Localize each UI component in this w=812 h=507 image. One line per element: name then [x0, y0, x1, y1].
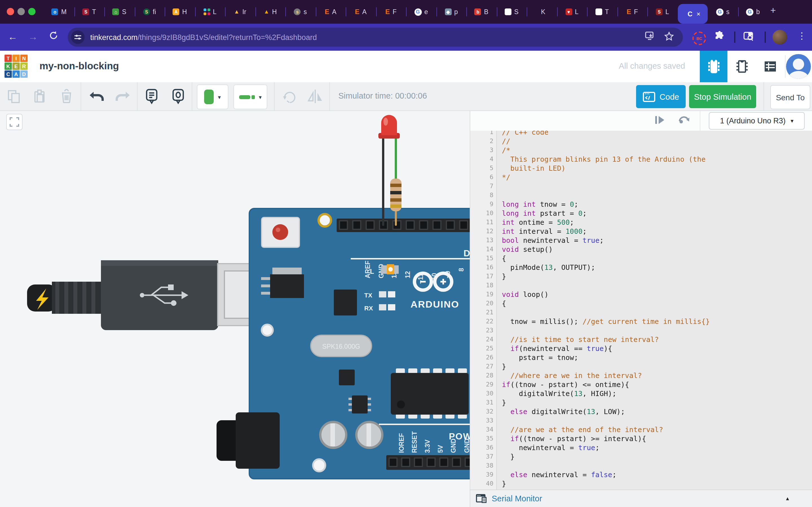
- url-text[interactable]: tinkercad.com/things/9zIB8gdB1vS/editel?…: [90, 33, 645, 41]
- browser-tab-2[interactable]: ⌂S: [104, 0, 135, 24]
- code-line-26[interactable]: 26 pstart = tnow;: [470, 353, 812, 362]
- browser-tab-17[interactable]: ♥L: [557, 0, 587, 24]
- code-line-2[interactable]: 2//: [470, 137, 812, 146]
- code-line-34[interactable]: 34 //are we at the end of the interval?: [470, 425, 812, 434]
- code-line-30[interactable]: 30 digitalWrite(13, HIGH);: [470, 389, 812, 398]
- mirror-button[interactable]: [307, 88, 324, 105]
- code-line-33[interactable]: 33: [470, 416, 812, 425]
- reset-button[interactable]: [262, 217, 299, 247]
- code-line-35[interactable]: 35 if((tnow - pstart) >= interval){: [470, 434, 812, 443]
- code-line-31[interactable]: 31}: [470, 398, 812, 407]
- code-line-39[interactable]: 39 else newinterval = false;: [470, 470, 812, 480]
- code-line-18[interactable]: 18: [470, 281, 812, 290]
- code-line-6[interactable]: 6*/: [470, 173, 812, 182]
- site-settings-icon[interactable]: [71, 31, 85, 44]
- copy-button[interactable]: [6, 88, 22, 105]
- account-avatar[interactable]: [786, 54, 811, 79]
- code-editor[interactable]: 1// C++ code2//3/*4 This program blinks …: [470, 131, 812, 490]
- code-line-23[interactable]: 23: [470, 326, 812, 335]
- browser-tab-22[interactable]: Gs: [708, 0, 738, 24]
- install-app-icon[interactable]: [645, 32, 655, 43]
- color-picker-dropdown[interactable]: ▾: [197, 84, 229, 109]
- minimize-window-button[interactable]: [17, 8, 25, 15]
- redo-button[interactable]: [114, 88, 132, 105]
- bookmark-star-icon[interactable]: [664, 31, 674, 43]
- serial-monitor-bar[interactable]: Serial Monitor ▲: [470, 490, 812, 507]
- browser-tab-4[interactable]: AH: [165, 0, 195, 24]
- browser-tab-3[interactable]: Sfi: [135, 0, 165, 24]
- collapse-panel-icon[interactable]: ▲: [785, 496, 790, 501]
- browser-tab-10[interactable]: EA: [346, 0, 376, 24]
- digital-pin-header[interactable]: [337, 219, 475, 232]
- code-line-13[interactable]: 13bool newinterval = true;: [470, 236, 812, 245]
- code-line-25[interactable]: 25 if(newinterval == true){: [470, 344, 812, 353]
- code-line-3[interactable]: 3/*: [470, 146, 812, 155]
- wire-style-dropdown[interactable]: ▾: [234, 84, 267, 109]
- send-to-button[interactable]: Send To: [770, 85, 810, 109]
- extensions-puzzle-icon[interactable]: [714, 31, 725, 45]
- notes-button[interactable]: [143, 88, 160, 105]
- code-line-5[interactable]: 5 built-in LED): [470, 164, 812, 173]
- tab-search-icon[interactable]: [743, 31, 755, 45]
- browser-tab-8[interactable]: ss: [285, 0, 315, 24]
- browser-tab-7[interactable]: ▲H: [255, 0, 285, 24]
- code-line-29[interactable]: 29if((tnow - pstart) <= ontime){: [470, 380, 812, 389]
- code-line-24[interactable]: 24 //is it time to start new interval?: [470, 335, 812, 344]
- browser-tab-6[interactable]: ▲Ir: [225, 0, 255, 24]
- rotate-button[interactable]: [281, 88, 298, 105]
- back-button[interactable]: ←: [8, 31, 17, 44]
- delete-button[interactable]: [58, 88, 75, 105]
- browser-tab-23[interactable]: Gb: [738, 0, 768, 24]
- code-line-8[interactable]: 8: [470, 191, 812, 200]
- code-line-10[interactable]: 10long int pstart = 0;: [470, 209, 812, 218]
- browser-tab-20[interactable]: SL: [647, 0, 677, 24]
- code-line-16[interactable]: 16 pinMode(13, OUTPUT);: [470, 263, 812, 272]
- browser-tab-11[interactable]: EF: [376, 0, 406, 24]
- stop-simulation-button[interactable]: Stop Simulation: [689, 85, 756, 108]
- code-line-12[interactable]: 12int interval = 1000;: [470, 227, 812, 236]
- code-line-21[interactable]: 21: [470, 308, 812, 317]
- code-line-14[interactable]: 14void setup(): [470, 245, 812, 254]
- browser-tab-16[interactable]: K: [527, 0, 557, 24]
- active-browser-tab-21[interactable]: C×: [677, 4, 708, 24]
- browser-tab-13[interactable]: ◆p: [436, 0, 466, 24]
- code-line-19[interactable]: 19void loop(): [470, 290, 812, 299]
- board-select-dropdown[interactable]: 1 (Arduino Uno R3) ▾: [709, 112, 805, 129]
- new-tab-button[interactable]: +: [770, 5, 776, 16]
- browser-tab-0[interactable]: oM: [44, 0, 74, 24]
- code-line-15[interactable]: 15{: [470, 254, 812, 263]
- code-line-9[interactable]: 9long int tnow = 0;: [470, 200, 812, 209]
- code-line-4[interactable]: 4 This program blinks pin 13 of the Ardu…: [470, 155, 812, 164]
- paste-button[interactable]: [31, 88, 48, 105]
- address-bar[interactable]: tinkercad.com/things/9zIB8gdB1vS/editel?…: [68, 27, 683, 47]
- code-line-28[interactable]: 28 //where are we in the interval?: [470, 371, 812, 380]
- browser-tab-18[interactable]: T: [587, 0, 617, 24]
- design-title[interactable]: my-non-blocking: [40, 60, 119, 72]
- canvas-extension-icon[interactable]: BC: [693, 32, 706, 45]
- forward-button[interactable]: →: [28, 31, 38, 44]
- browser-tab-9[interactable]: EA: [315, 0, 346, 24]
- zoom-to-fit-button[interactable]: [6, 114, 22, 130]
- browser-tab-14[interactable]: bB: [466, 0, 497, 24]
- zoom-window-button[interactable]: [28, 8, 36, 15]
- component-labels-button[interactable]: [170, 88, 187, 105]
- code-line-40[interactable]: 40}: [470, 480, 812, 489]
- code-line-36[interactable]: 36 newinterval = true;: [470, 443, 812, 452]
- undo-button[interactable]: [88, 88, 105, 105]
- browser-tab-5[interactable]: L: [195, 0, 225, 24]
- code-line-17[interactable]: 17}: [470, 272, 812, 281]
- browser-profile-avatar[interactable]: [772, 30, 787, 45]
- resistor[interactable]: [390, 179, 402, 211]
- code-line-20[interactable]: 20{: [470, 299, 812, 308]
- browser-tab-19[interactable]: EF: [617, 0, 647, 24]
- code-line-38[interactable]: 38: [470, 461, 812, 470]
- browser-tab-15[interactable]: S: [497, 0, 527, 24]
- browser-menu-icon[interactable]: ⋮: [797, 31, 806, 41]
- code-line-7[interactable]: 7: [470, 182, 812, 191]
- step-button[interactable]: [654, 114, 667, 127]
- close-window-button[interactable]: [7, 8, 14, 15]
- restart-simulation-button[interactable]: [677, 114, 691, 127]
- code-line-37[interactable]: 37 }: [470, 452, 812, 461]
- code-button[interactable]: Code: [636, 85, 686, 108]
- browser-tab-1[interactable]: ST: [74, 0, 104, 24]
